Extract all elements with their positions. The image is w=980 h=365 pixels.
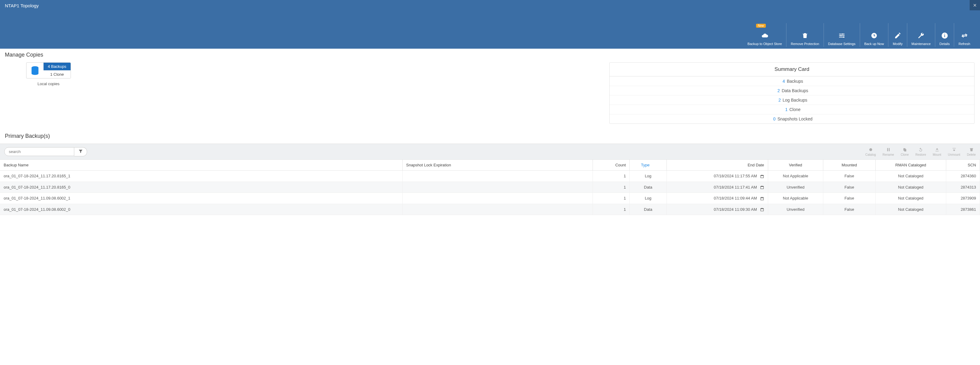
cloud-icon (760, 31, 769, 40)
back-up-now-button[interactable]: Back up Now (860, 23, 888, 47)
toolbar-label: Maintenance (912, 42, 931, 46)
svg-rect-22 (762, 197, 763, 197)
cell-count: 1 (593, 204, 630, 215)
page-title: NTAP1 Topology (0, 0, 980, 11)
catalog-action[interactable]: Catalog (865, 147, 876, 156)
table-header-row: Backup Name Snapshot Lock Expiration Cou… (0, 160, 980, 171)
cell-backup-name: ora_01_07-18-2024_11.17.20.8165_0 (0, 182, 402, 193)
cell-snapshot-lock (402, 182, 593, 193)
toolbar-label: Modify (892, 42, 902, 46)
table-row[interactable]: ora_01_07-18-2024_11.09.08.6002_11Log07/… (0, 193, 980, 204)
col-rman[interactable]: RMAN Cataloged (875, 160, 946, 171)
summary-row-log-backups[interactable]: 2 Log Backups (609, 95, 974, 105)
details-button[interactable]: Details (935, 23, 954, 47)
summary-num: 4 (781, 79, 785, 84)
summary-num: 0 (771, 116, 775, 121)
col-type[interactable]: Type (630, 160, 667, 171)
col-mounted[interactable]: Mounted (823, 160, 876, 171)
header-bar: NTAP1 Topology × New Backup to Object St… (0, 0, 980, 49)
info-icon (940, 31, 949, 40)
table-row[interactable]: ora_01_07-18-2024_11.17.20.8165_11Log07/… (0, 171, 980, 182)
restore-icon (918, 147, 923, 152)
filter-button[interactable] (74, 147, 87, 156)
cell-verified: Unverified (768, 182, 823, 193)
rename-action[interactable]: Rename (883, 147, 894, 156)
local-copies-label: Local copies (37, 81, 59, 86)
clones-chip[interactable]: 1 Clone (43, 70, 71, 78)
cell-rman: Not Cataloged (875, 171, 946, 182)
summary-num: 1 (783, 107, 788, 112)
col-scn[interactable]: SCN (946, 160, 980, 171)
summary-text: Snapshots Locked (777, 116, 812, 121)
svg-rect-25 (761, 208, 762, 208)
summary-text: Data Backups (781, 88, 808, 93)
summary-card-title: Summary Card (609, 63, 974, 76)
backups-table: Backup Name Snapshot Lock Expiration Cou… (0, 160, 980, 215)
col-end-date[interactable]: End Date (667, 160, 768, 171)
toolbar-label: Database Settings (828, 42, 856, 46)
svg-point-2 (843, 36, 844, 38)
col-verified[interactable]: Verified (768, 160, 823, 171)
summary-text: Log Backups (783, 98, 807, 103)
cell-rman: Not Cataloged (875, 193, 946, 204)
cell-scn: 2873909 (946, 193, 980, 204)
refresh-button[interactable]: Refresh (954, 23, 975, 47)
cell-type: Log (630, 171, 667, 182)
cell-end-date: 07/18/2024 11:17:41 AM (667, 182, 768, 193)
svg-rect-16 (761, 187, 763, 189)
cell-mounted: False (823, 182, 876, 193)
cell-rman: Not Cataloged (875, 204, 946, 215)
sort-desc-icon (652, 163, 655, 167)
table-row[interactable]: ora_01_07-18-2024_11.09.08.6002_01Data07… (0, 204, 980, 215)
summary-row-data-backups[interactable]: 2 Data Backups (609, 86, 974, 95)
cell-count: 1 (593, 182, 630, 193)
table-row[interactable]: ora_01_07-18-2024_11.17.20.8165_01Data07… (0, 182, 980, 193)
trash-icon (800, 31, 810, 40)
backups-chip[interactable]: 4 Backups (43, 63, 71, 70)
remove-protection-button[interactable]: Remove Protection (786, 23, 824, 47)
modify-button[interactable]: Modify (888, 23, 907, 47)
svg-rect-13 (761, 175, 762, 175)
summary-num: 2 (777, 98, 781, 103)
col-backup-name[interactable]: Backup Name (0, 160, 402, 171)
cell-count: 1 (593, 193, 630, 204)
calendar-icon (760, 208, 764, 212)
database-settings-button[interactable]: Database Settings (824, 23, 860, 47)
cell-snapshot-lock (402, 204, 593, 215)
summary-row-backups[interactable]: 4 Backups (609, 76, 974, 86)
svg-rect-24 (761, 209, 763, 211)
summary-row-snapshots-locked[interactable]: 0 Snapshots Locked (609, 114, 974, 124)
backup-to-object-store-button[interactable]: New Backup to Object Store (743, 23, 786, 47)
catalog-icon (868, 147, 873, 152)
action-label: Catalog (865, 153, 876, 156)
cell-verified: Not Applicable (768, 171, 823, 182)
unmount-action[interactable]: Unmount (948, 147, 961, 156)
cell-end-date: 07/18/2024 11:17:55 AM (667, 171, 768, 182)
cell-backup-name: ora_01_07-18-2024_11.09.08.6002_0 (0, 204, 402, 215)
mount-action[interactable]: Mount (933, 147, 941, 156)
svg-rect-14 (762, 175, 763, 175)
clone-action[interactable]: Clone (901, 147, 909, 156)
delete-action[interactable]: Delete (967, 147, 976, 156)
cell-snapshot-lock (402, 171, 593, 182)
close-button[interactable]: × (970, 0, 980, 10)
svg-rect-17 (761, 186, 762, 186)
action-label: Rename (883, 153, 894, 156)
col-count[interactable]: Count (593, 160, 630, 171)
local-copies-box[interactable]: 4 Backups 1 Clone (26, 62, 71, 78)
rename-icon (886, 147, 891, 152)
toolbar-label: Details (940, 42, 950, 46)
toolbar-label: Back up Now (864, 42, 884, 46)
maintenance-button[interactable]: Maintenance (907, 23, 935, 47)
toolbar: New Backup to Object Store Remove Protec… (743, 23, 975, 47)
calendar-icon (760, 174, 764, 179)
col-snapshot-lock[interactable]: Snapshot Lock Expiration (402, 160, 593, 171)
summary-row-clone[interactable]: 1 Clone (609, 105, 974, 114)
svg-rect-21 (761, 197, 762, 197)
cell-backup-name: ora_01_07-18-2024_11.09.08.6002_1 (0, 193, 402, 204)
sliders-icon (837, 31, 846, 40)
cell-end-date: 07/18/2024 11:09:30 AM (667, 204, 768, 215)
restore-action[interactable]: Restore (915, 147, 926, 156)
primary-backups-title: Primary Backup(s) (0, 130, 980, 144)
search-input[interactable] (4, 147, 74, 156)
